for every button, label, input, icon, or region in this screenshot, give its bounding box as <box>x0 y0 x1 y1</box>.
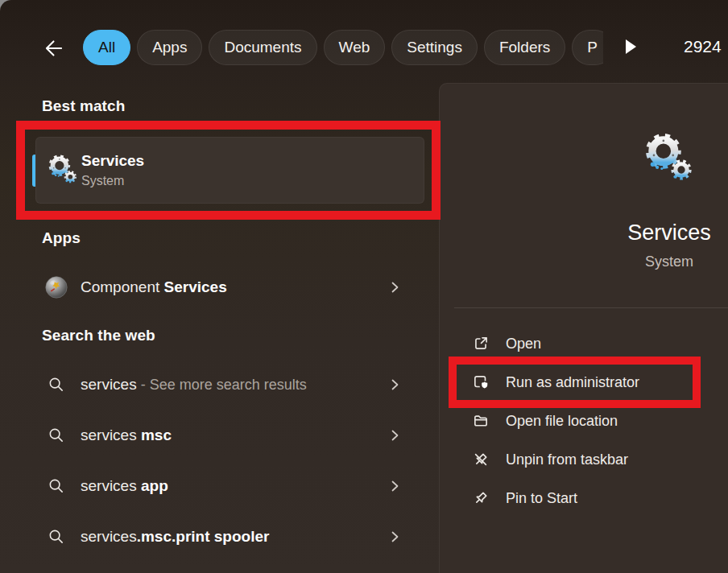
pin-icon <box>472 489 490 507</box>
result-subtitle: System <box>81 174 124 188</box>
chevron-right-icon[interactable] <box>387 529 403 545</box>
suggestion-completion: .msc.print spooler <box>137 528 270 546</box>
panel-subtitle: System <box>565 254 728 270</box>
back-button[interactable] <box>43 38 64 59</box>
result-text-bold: Services <box>164 278 227 296</box>
result-title: Services <box>81 152 144 170</box>
result-text: Component Services <box>81 268 227 307</box>
tab-label: Documents <box>224 39 301 56</box>
more-tabs-icon[interactable] <box>626 39 636 54</box>
web-suggestion-row[interactable]: services msc <box>35 416 414 455</box>
suggestion-text: services - See more search results <box>81 365 307 404</box>
suggestion-query: services <box>81 477 141 495</box>
web-suggestion-row[interactable]: services - See more search results <box>35 365 414 404</box>
component-services-icon <box>44 275 68 299</box>
tab-label: Apps <box>152 39 187 56</box>
suggestion-completion: app <box>141 477 168 495</box>
tab-all[interactable]: All <box>83 30 130 65</box>
tab-label: P <box>587 39 598 56</box>
annotation-counter: 2924 <box>684 37 722 56</box>
run-as-administrator-icon <box>472 373 490 391</box>
apps-header: Apps <box>42 229 81 247</box>
app-result-component-services[interactable]: Component Services <box>35 268 414 307</box>
services-gears-icon <box>46 153 78 185</box>
suggestion-text: services app <box>81 467 168 505</box>
panel-title: Services <box>565 221 728 245</box>
tab-label: Settings <box>407 39 462 56</box>
folder-icon <box>472 412 490 430</box>
result-text-regular: Component <box>81 278 164 296</box>
search-icon <box>48 427 64 443</box>
suggestion-text: services msc <box>81 416 172 455</box>
open-icon <box>472 335 490 352</box>
chevron-right-icon[interactable] <box>387 478 403 494</box>
tab-label: Folders <box>499 39 550 56</box>
suggestion-query: services <box>81 528 137 546</box>
services-gears-icon <box>641 130 694 183</box>
preview-panel: Services System Open Run as administrato… <box>439 83 728 573</box>
action-label: Open <box>506 324 541 363</box>
search-filter-tabs: All Apps Documents Web Settings Folders … <box>83 30 603 67</box>
web-suggestion-row[interactable]: services.msc.print spooler <box>35 517 414 556</box>
search-window: All Apps Documents Web Settings Folders … <box>0 0 728 573</box>
chevron-right-icon[interactable] <box>387 377 403 393</box>
search-icon <box>48 528 64 545</box>
tab-folders[interactable]: Folders <box>484 30 565 65</box>
action-pin-to-start[interactable]: Pin to Start <box>440 479 728 517</box>
tab-label: All <box>98 39 115 56</box>
action-label: Run as administrator <box>506 363 639 402</box>
tab-settings[interactable]: Settings <box>391 30 478 65</box>
suggestion-suffix: - See more search results <box>137 377 307 394</box>
best-match-result-services[interactable]: Services System <box>35 137 424 204</box>
action-label: Unpin from taskbar <box>506 440 628 479</box>
action-open[interactable]: Open <box>440 324 728 363</box>
tab-photos-truncated[interactable]: P <box>572 30 603 65</box>
action-open-file-location[interactable]: Open file location <box>440 402 728 440</box>
tab-web[interactable]: Web <box>324 30 386 65</box>
action-label: Pin to Start <box>506 479 577 517</box>
action-unpin-from-taskbar[interactable]: Unpin from taskbar <box>440 440 728 479</box>
action-run-as-administrator[interactable]: Run as administrator <box>440 363 728 402</box>
unpin-icon <box>472 451 490 468</box>
tab-label: Web <box>339 39 370 56</box>
suggestion-query: services <box>81 427 141 444</box>
chevron-right-icon[interactable] <box>387 427 403 443</box>
search-icon <box>48 376 64 393</box>
search-icon <box>48 477 64 494</box>
tab-apps[interactable]: Apps <box>137 30 202 65</box>
suggestion-completion: msc <box>141 427 172 444</box>
suggestion-query: services <box>81 376 137 394</box>
best-match-header: Best match <box>42 97 125 115</box>
tab-documents[interactable]: Documents <box>209 30 316 65</box>
search-the-web-header: Search the web <box>42 327 155 344</box>
back-arrow-icon <box>43 38 64 59</box>
action-label: Open file location <box>506 402 618 440</box>
chevron-right-icon[interactable] <box>387 279 403 295</box>
suggestion-text: services.msc.print spooler <box>81 517 269 556</box>
panel-divider <box>454 307 728 308</box>
web-suggestion-row[interactable]: services app <box>35 467 414 505</box>
